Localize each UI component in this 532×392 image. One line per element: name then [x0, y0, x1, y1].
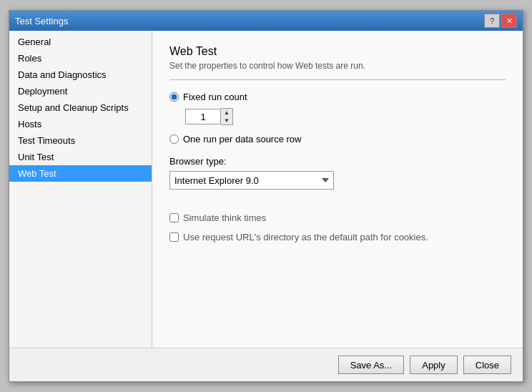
fixed-run-radio[interactable]: [169, 92, 179, 102]
one-run-radio[interactable]: [169, 134, 179, 144]
sidebar: General Roles Data and Diagnostics Deplo…: [9, 31, 152, 348]
sidebar-item-deployment[interactable]: Deployment: [9, 83, 152, 99]
one-run-per-row-option: One run per data source row: [169, 134, 506, 144]
page-title: Web Test: [169, 45, 506, 58]
sidebar-item-general[interactable]: General: [9, 34, 152, 50]
run-count-options: Fixed run count 1 ▲ ▼ One run per data s…: [169, 92, 506, 144]
sidebar-item-test-timeouts[interactable]: Test Timeouts: [9, 132, 152, 149]
sidebar-item-data-diagnostics[interactable]: Data and Diagnostics: [9, 67, 152, 83]
spinner-down-button[interactable]: ▼: [221, 117, 232, 124]
close-title-button[interactable]: ✕: [501, 14, 517, 28]
dialog-footer: Save As... Apply Close: [9, 348, 523, 381]
close-button[interactable]: Close: [463, 356, 511, 374]
sidebar-item-setup-cleanup[interactable]: Setup and Cleanup Scripts: [9, 99, 152, 116]
use-request-url-option: Use request URL's directory as the defau…: [169, 232, 506, 242]
browser-type-select[interactable]: Internet Explorer 9.0 Internet Explorer …: [169, 171, 334, 190]
page-subtitle: Set the properties to control how Web te…: [169, 61, 506, 71]
sidebar-item-web-test[interactable]: Web Test: [9, 165, 152, 182]
browser-type-label: Browser type:: [169, 156, 506, 167]
sidebar-item-unit-test[interactable]: Unit Test: [9, 149, 152, 165]
help-button[interactable]: ?: [484, 14, 500, 28]
simulate-think-label[interactable]: Simulate think times: [183, 212, 266, 223]
one-run-label[interactable]: One run per data source row: [183, 134, 301, 144]
fixed-run-count-option: Fixed run count: [169, 92, 506, 102]
title-bar-controls: ? ✕: [484, 14, 517, 28]
dialog-body: General Roles Data and Diagnostics Deplo…: [9, 31, 523, 348]
save-as-button[interactable]: Save As...: [338, 356, 405, 374]
fixed-run-label[interactable]: Fixed run count: [183, 92, 247, 102]
run-count-input[interactable]: 1: [185, 109, 221, 124]
content-area: Web Test Set the properties to control h…: [152, 31, 523, 348]
sidebar-item-hosts[interactable]: Hosts: [9, 116, 152, 132]
simulate-think-times-option: Simulate think times: [169, 212, 506, 223]
sidebar-item-roles[interactable]: Roles: [9, 50, 152, 67]
apply-button[interactable]: Apply: [410, 356, 458, 374]
divider: [169, 79, 506, 80]
spinner-up-button[interactable]: ▲: [221, 109, 232, 117]
title-bar: Test Settings ? ✕: [9, 11, 523, 31]
dialog-title: Test Settings: [15, 16, 68, 26]
spinner-buttons: ▲ ▼: [221, 108, 233, 125]
use-request-url-label[interactable]: Use request URL's directory as the defau…: [183, 232, 428, 242]
browser-dropdown-wrapper: Internet Explorer 9.0 Internet Explorer …: [169, 171, 334, 190]
test-settings-dialog: Test Settings ? ✕ General Roles Data and…: [9, 10, 523, 382]
run-count-spinner: 1 ▲ ▼: [185, 108, 506, 125]
use-request-url-checkbox[interactable]: [169, 232, 179, 242]
browser-type-group: Browser type: Internet Explorer 9.0 Inte…: [169, 156, 506, 201]
simulate-think-checkbox[interactable]: [169, 213, 179, 222]
